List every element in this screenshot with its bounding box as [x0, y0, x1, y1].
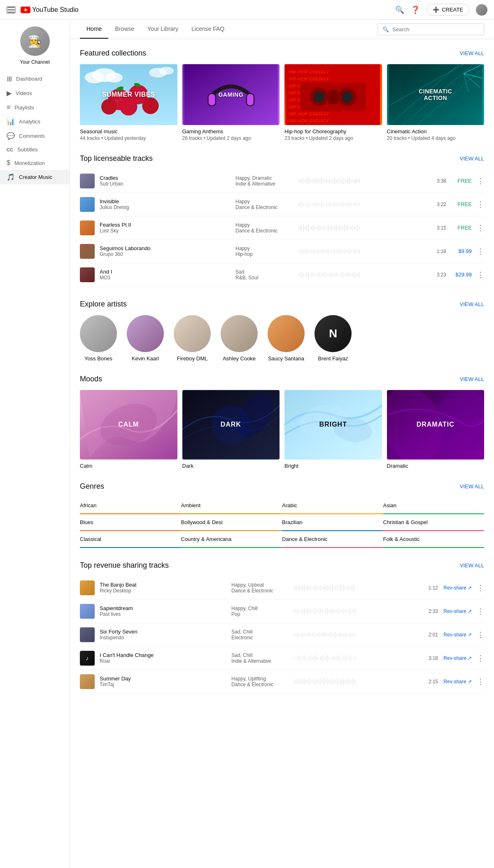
svg-rect-337 — [312, 633, 313, 637]
sidebar-item-playlists[interactable]: ≡ Playlists — [0, 100, 70, 114]
svg-text:HIP-HOP ENERGY: HIP-HOP ENERGY — [289, 111, 329, 116]
track-menu-button[interactable]: ⋮ — [477, 583, 484, 592]
track-waveform[interactable] — [298, 246, 429, 256]
svg-rect-414 — [314, 679, 315, 684]
artist-card-ashley[interactable]: Ashley Cooke — [221, 315, 258, 362]
rev-track-row: The Banjo Beat Ricky Desktop Happy, Upbe… — [80, 576, 484, 600]
track-waveform[interactable] — [298, 176, 429, 186]
genre-classical[interactable]: Classical — [80, 531, 181, 548]
svg-rect-269 — [325, 586, 326, 590]
track-menu-button[interactable]: ⋮ — [477, 200, 484, 209]
menu-button[interactable] — [7, 6, 16, 14]
genre-african[interactable]: African — [80, 497, 181, 514]
collection-card-summer[interactable]: SUMMER VIBES Seasonal music 44 tracks • … — [80, 64, 177, 141]
artist-card-saucy[interactable]: Saucy Santana — [268, 315, 305, 362]
genre-brazilian[interactable]: Brazilian — [282, 514, 383, 531]
svg-rect-172 — [313, 249, 314, 254]
svg-rect-185 — [334, 249, 335, 254]
track-waveform[interactable] — [298, 270, 429, 280]
track-waveform[interactable] — [294, 606, 421, 616]
artist-card-kevin[interactable]: Kevin Kaarl — [127, 315, 164, 362]
track-waveform[interactable] — [298, 200, 429, 209]
collection-card-hiphop[interactable]: HIP-HOP ENERGY HIP-HOP ENERGY HIP-HOP EN… — [284, 64, 382, 141]
artists-view-all[interactable]: VIEW ALL — [460, 301, 484, 307]
tab-home[interactable]: Home — [80, 20, 108, 39]
track-menu-button[interactable]: ⋮ — [477, 607, 484, 616]
tab-your-library[interactable]: Your Library — [141, 20, 185, 39]
svg-rect-294 — [304, 608, 305, 615]
top-tracks-view-all[interactable]: VIEW ALL — [460, 155, 484, 162]
svg-rect-404 — [297, 680, 298, 684]
track-waveform[interactable] — [294, 583, 421, 593]
featured-collections-view-all[interactable]: VIEW ALL — [460, 50, 484, 56]
track-info: Summer Day TimTaj — [100, 675, 226, 687]
sidebar-item-comments[interactable]: 💬 Comments — [0, 129, 70, 143]
track-thumb — [80, 197, 95, 212]
sidebar-item-monetization[interactable]: $ Monetization — [0, 156, 70, 170]
genre-country[interactable]: Country & Americana — [181, 531, 282, 548]
user-avatar[interactable] — [476, 4, 487, 16]
genre-bollywood[interactable]: Bollywood & Desi — [181, 514, 282, 531]
svg-rect-229 — [344, 274, 345, 276]
artist-card-fireboy[interactable]: Fireboy DML — [174, 315, 211, 362]
revenue-tracks-view-all[interactable]: VIEW ALL — [460, 562, 484, 569]
mood-card-dramatic[interactable]: DRAMATIC Dramatic — [387, 390, 485, 469]
rev-share-button[interactable]: Rev-share ↗ — [443, 655, 472, 661]
track-menu-button[interactable]: ⋮ — [477, 176, 484, 186]
rev-share-button[interactable]: Rev-share ↗ — [443, 608, 472, 614]
svg-text:HIP-HOP ENERGY: HIP-HOP ENERGY — [289, 118, 329, 123]
create-button[interactable]: ➕ CREATE — [426, 4, 469, 16]
mood-card-calm[interactable]: CALM Calm — [80, 390, 177, 469]
moods-view-all[interactable]: VIEW ALL — [460, 376, 484, 382]
svg-rect-104 — [326, 202, 327, 207]
sidebar-item-dashboard[interactable]: ⊞ Dashboard — [0, 72, 70, 86]
tab-browse[interactable]: Browse — [108, 20, 141, 39]
sidebar-item-creator-music[interactable]: 🎵 Creator Music — [0, 170, 70, 184]
mood-card-bright[interactable]: BRIGHT Bright — [284, 390, 382, 469]
track-menu-button[interactable]: ⋮ — [477, 247, 484, 256]
track-name: Cradles — [100, 175, 231, 181]
genres-view-all[interactable]: VIEW ALL — [460, 483, 484, 490]
svg-rect-60 — [316, 179, 317, 183]
svg-rect-196 — [352, 251, 353, 252]
rev-share-button[interactable]: Rev-share ↗ — [443, 632, 472, 638]
genre-arabic[interactable]: Arabic — [282, 497, 383, 514]
tab-license-faq[interactable]: License FAQ — [185, 20, 231, 39]
genre-ambient[interactable]: Ambient — [181, 497, 282, 514]
sidebar-item-subtitles[interactable]: CC Subtitles — [0, 143, 70, 156]
track-menu-button[interactable]: ⋮ — [477, 654, 484, 663]
mood-overlay-dramatic: DRAMATIC — [387, 390, 485, 460]
genre-christian[interactable]: Christian & Gospel — [383, 514, 485, 531]
svg-rect-71 — [334, 178, 335, 184]
genre-dance[interactable]: Dance & Electronic — [282, 531, 383, 548]
svg-rect-363 — [355, 633, 356, 637]
genre-asian[interactable]: Asian — [383, 497, 485, 514]
track-menu-button[interactable]: ⋮ — [477, 270, 484, 279]
artist-card-brent[interactable]: N Brent Faiyaz — [315, 315, 352, 362]
track-waveform[interactable] — [294, 677, 421, 687]
track-waveform[interactable] — [298, 223, 429, 233]
rev-share-button[interactable]: Rev-share ↗ — [443, 585, 472, 591]
search-input[interactable] — [392, 26, 479, 32]
collection-card-gaming[interactable]: GAMING Gaming Anthems 26 tracks • Update… — [182, 64, 280, 141]
track-waveform[interactable] — [294, 653, 421, 663]
rev-share-button[interactable]: Rev-share ↗ — [443, 679, 472, 685]
sidebar-item-analytics[interactable]: 📊 Analytics — [0, 114, 70, 129]
genre-folk[interactable]: Folk & Acoustic — [383, 531, 485, 548]
collection-card-cinematic[interactable]: CINEMATICACTION Cinematic Action 20 trac… — [387, 64, 485, 141]
svg-rect-346 — [327, 634, 328, 636]
sidebar-item-videos[interactable]: ▶ Videos — [0, 86, 70, 100]
mood-card-dark[interactable]: DARK Dark — [182, 390, 280, 469]
genre-blues[interactable]: Blues — [80, 514, 181, 531]
track-waveform[interactable] — [294, 630, 421, 640]
track-menu-button[interactable]: ⋮ — [477, 630, 484, 639]
track-menu-button[interactable]: ⋮ — [477, 223, 484, 232]
svg-rect-164 — [300, 250, 301, 253]
help-icon-button[interactable]: ❓ — [411, 5, 420, 14]
track-name: Fearless Pt II — [100, 222, 231, 228]
search-icon-button[interactable]: 🔍 — [395, 5, 404, 14]
track-row: Seguimos Laborando Grupo 360 HappyHip-ho… — [80, 240, 484, 263]
svg-rect-203 — [301, 272, 302, 278]
track-menu-button[interactable]: ⋮ — [477, 677, 484, 686]
artist-card-yoss[interactable]: Yoss Bones — [80, 315, 117, 362]
